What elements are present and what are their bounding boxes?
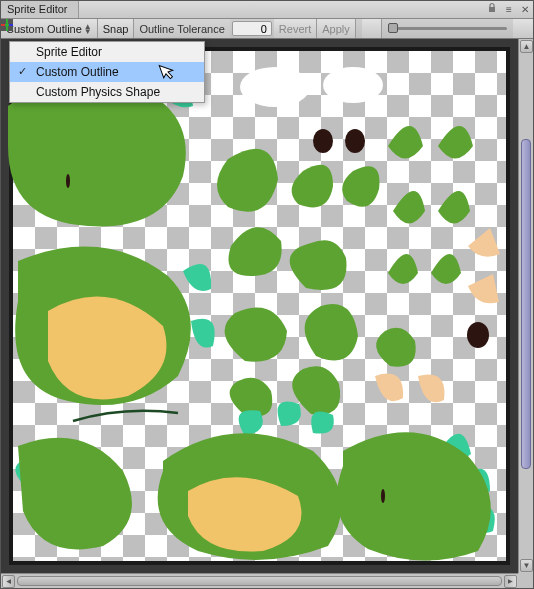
- lock-icon[interactable]: [487, 3, 499, 15]
- svg-point-12: [467, 322, 489, 348]
- svg-rect-0: [489, 7, 495, 12]
- svg-point-11: [345, 129, 365, 153]
- sprite-editor-window: Sprite Editor ≡ ✕ Custom Outline ▲▼ Snap…: [0, 0, 534, 589]
- svg-rect-7: [8, 26, 13, 31]
- revert-button[interactable]: Revert: [274, 19, 317, 38]
- tolerance-input[interactable]: [232, 21, 272, 36]
- svg-point-10: [313, 129, 333, 153]
- vertical-scrollbar[interactable]: ▲ ▼: [518, 39, 533, 573]
- svg-point-14: [381, 489, 385, 503]
- window-title: Sprite Editor: [7, 3, 68, 15]
- sprite-sheet: [13, 51, 508, 561]
- dropdown-updown-icon: ▲▼: [84, 24, 92, 34]
- sprite-canvas[interactable]: [13, 51, 506, 561]
- scroll-up-button[interactable]: ▲: [520, 40, 533, 53]
- apply-button[interactable]: Apply: [317, 19, 356, 38]
- horizontal-scroll-thumb[interactable]: [17, 576, 502, 586]
- window-controls: ≡ ✕: [487, 3, 531, 15]
- window-title-tab[interactable]: Sprite Editor: [1, 1, 79, 18]
- scroll-left-button[interactable]: ▲: [2, 575, 15, 588]
- toolbar: Custom Outline ▲▼ Snap Outline Tolerance…: [1, 19, 533, 39]
- dropdown-item-custom-outline[interactable]: ✓ Custom Outline: [10, 62, 204, 82]
- svg-point-13: [66, 174, 70, 188]
- horizontal-scrollbar[interactable]: ▲ ▲: [1, 573, 518, 588]
- scroll-down-button[interactable]: ▼: [520, 559, 533, 572]
- canvas-area[interactable]: [1, 39, 518, 573]
- grid-toggle-icon[interactable]: [513, 19, 533, 38]
- check-icon: ✓: [18, 65, 27, 78]
- close-icon[interactable]: ✕: [519, 3, 531, 15]
- svg-rect-6: [1, 26, 6, 31]
- canvas-border: [9, 47, 510, 565]
- titlebar: Sprite Editor ≡ ✕: [1, 1, 533, 19]
- rgb-toggle-icon[interactable]: [362, 19, 382, 38]
- dropdown-item-label: Custom Outline: [36, 65, 119, 79]
- svg-point-9: [323, 67, 383, 103]
- svg-rect-4: [1, 19, 6, 24]
- svg-point-8: [240, 67, 310, 107]
- slider-handle[interactable]: [388, 23, 398, 33]
- tolerance-label: Outline Tolerance: [134, 19, 229, 38]
- snap-label: Snap: [103, 23, 129, 35]
- vertical-scroll-thumb[interactable]: [521, 139, 531, 469]
- dropdown-item-sprite-editor[interactable]: Sprite Editor: [10, 42, 204, 62]
- window-menu-icon[interactable]: ≡: [503, 3, 515, 15]
- dropdown-item-custom-physics-shape[interactable]: Custom Physics Shape: [10, 82, 204, 102]
- mode-dropdown[interactable]: Custom Outline ▲▼: [1, 19, 98, 38]
- slider-bar: [388, 27, 507, 30]
- mode-dropdown-label: Custom Outline: [6, 23, 82, 35]
- dropdown-item-label: Sprite Editor: [36, 45, 102, 59]
- mode-dropdown-menu: Sprite Editor ✓ Custom Outline Custom Ph…: [9, 41, 205, 103]
- svg-rect-5: [8, 19, 13, 24]
- scroll-right-button[interactable]: ▲: [504, 575, 517, 588]
- alpha-slider[interactable]: [382, 19, 513, 38]
- dropdown-item-label: Custom Physics Shape: [36, 85, 160, 99]
- snap-button[interactable]: Snap: [98, 19, 135, 38]
